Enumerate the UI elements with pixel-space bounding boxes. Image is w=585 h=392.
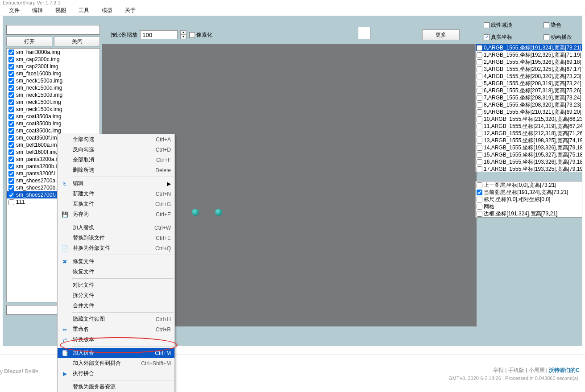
frame-item-check[interactable] [477,116,482,122]
scale-spinner[interactable]: ▲▼ [180,30,187,39]
context-menu-item[interactable]: ⇄转换版本 [58,334,174,345]
layer-list[interactable]: 上一图层,坐标[0,0],宽高[73,21]当前图层,坐标[191,324],宽… [475,181,582,218]
context-menu-item[interactable]: 📑加入拼合Ctrl+M [58,348,174,358]
frame-item-check[interactable] [477,66,482,72]
frame-item[interactable]: 10,ARGB_1555,坐标[215,320],宽高[66,23] [476,116,582,123]
context-menu-item[interactable]: 隐藏文件贴图Ctrl+H [58,314,174,324]
menu-tools[interactable]: 工具 [72,5,95,16]
file-item-check[interactable] [8,199,14,205]
file-item-check[interactable] [8,157,14,162]
frame-item-check[interactable] [477,74,482,79]
file-item-check[interactable] [8,171,14,177]
layer-item-check[interactable] [477,190,482,195]
menu-about[interactable]: 关于 [119,5,142,16]
context-menu-item[interactable]: 新建文件Ctrl+N [58,189,174,199]
frame-list[interactable]: 0,ARGB_1555,坐标[191,324],宽高[73,21]1,ARGB_… [475,44,582,172]
frame-item[interactable]: 17,ARGB_1555,坐标[193,325],宽高[79,19] [476,165,582,172]
frame-item-check[interactable] [477,45,482,51]
frame-item[interactable]: 4,ARGB_1555,坐标[208,320],宽高[73,23] [476,73,582,80]
file-item-check[interactable] [8,185,14,191]
context-menu-item[interactable]: ⇔重命名Ctrl+R [58,324,174,334]
context-menu-item[interactable]: 替换为服务器资源 [58,382,174,392]
frame-item[interactable]: 9,ARGB_1555,坐标[210,321],宽高[69,20] [476,108,582,116]
file-item-check[interactable] [8,99,14,105]
open-button[interactable]: 打开 [6,37,52,46]
file-item[interactable]: sm_hair3000a.img [7,49,100,56]
frame-item-check[interactable] [477,95,482,101]
file-item-check[interactable] [8,107,14,112]
frame-item[interactable]: 0,ARGB_1555,坐标[191,324],宽高[73,21] [476,44,582,51]
frame-item-check[interactable] [477,59,482,65]
file-item[interactable]: sm_cap2300f.img [7,63,100,70]
layer-item-check[interactable] [477,211,482,217]
context-menu-item[interactable]: 全部勾选Ctrl+A [58,134,174,144]
file-item-check[interactable] [8,78,14,84]
context-menu-item[interactable]: 拆分文件 [58,290,174,301]
context-menu-item[interactable]: 全部取消Ctrl+F [58,155,174,165]
file-item[interactable]: sm_coat3500c.img [7,127,100,134]
frame-item[interactable]: 7,ARGB_1555,坐标[208,319],宽高[73,24] [476,94,582,101]
file-item-check[interactable] [8,121,14,127]
file-item-check[interactable] [8,50,14,55]
menu-file[interactable]: 文件 [3,5,26,16]
context-menu-item[interactable]: ✖修复文件 [58,256,174,267]
menu-view[interactable]: 视图 [49,5,72,16]
layer-item-check[interactable] [477,204,482,210]
context-menu-item[interactable]: 📄替换为外部文件Ctrl+Q [58,243,174,253]
layer-item[interactable]: 当前图层,坐标[191,324],宽高[73,21] [476,189,582,196]
menu-edit[interactable]: 编辑 [26,5,49,16]
frame-item[interactable]: 14,ARGB_1555,坐标[193,326],宽高[79,18] [476,144,582,151]
frame-item-check[interactable] [477,159,482,165]
file-item[interactable]: sm_neck1500c.img [7,84,100,91]
file-item-check[interactable] [8,85,14,91]
context-menu-item[interactable]: ▶执行拼合 [58,368,174,379]
frame-item-check[interactable] [477,166,482,172]
frame-item[interactable]: 6,ARGB_1555,坐标[207,318],宽高[75,26] [476,87,582,94]
footer-link[interactable]: 小黑屋 [529,367,545,373]
frame-item[interactable]: 11,ARGB_1555,坐标[214,319],宽高[67,24] [476,123,582,130]
frame-item-check[interactable] [477,81,482,87]
frame-item[interactable]: 1,ARGB_1555,坐标[192,325],宽高[71,19] [476,51,582,58]
context-menu-item[interactable]: 合并文件 [58,301,174,311]
more-button[interactable]: 更多 [422,29,460,40]
footer-link[interactable]: 沃特碧们的C [549,367,580,373]
frame-item[interactable]: 16,ARGB_1555,坐标[193,326],宽高[79,18] [476,158,582,165]
frame-item[interactable]: 5,ARGB_1555,坐标[208,319],宽高[73,24] [476,80,582,87]
scale-input[interactable] [140,30,178,39]
file-item-check[interactable] [8,128,14,134]
context-menu-item[interactable]: 加入外部文件到拼合Ctrl+Shift+M [58,358,174,368]
file-item-check[interactable] [8,92,14,98]
context-menu-item[interactable]: 互换文件Ctrl+G [58,199,174,209]
file-item-check[interactable] [8,164,14,169]
frame-item[interactable]: 12,ARGB_1555,坐标[212,318],宽高[71,26] [476,130,582,137]
file-item-check[interactable] [8,135,14,141]
context-menu[interactable]: 全部勾选Ctrl+A反向勾选Ctrl+D全部取消Ctrl+F删除所选Delete… [57,134,175,392]
context-menu-item[interactable]: 对比文件 [58,280,174,290]
file-item[interactable]: sm_coat3500a.img [7,113,100,120]
file-item[interactable]: sm_neck1500f.img [7,99,100,106]
frame-item-check[interactable] [477,88,482,94]
frame-item-check[interactable] [477,52,482,58]
layer-item-check[interactable] [477,197,482,202]
frame-item-check[interactable] [477,138,482,144]
dye-check[interactable]: 染色 [544,21,585,29]
context-menu-item[interactable]: 加入替换Ctrl+W [58,223,174,233]
frame-item[interactable]: 2,ARGB_1555,坐标[195,326],宽高[69,18] [476,58,582,66]
context-menu-item[interactable]: 🖱编辑▶ [58,178,174,189]
context-menu-item[interactable]: 反向勾选Ctrl+D [58,144,174,155]
frame-item-check[interactable] [477,131,482,136]
layer-item-check[interactable] [477,182,482,188]
pixelize-check[interactable]: 像素化 [189,31,212,39]
context-menu-item[interactable]: 替换到该文件Ctrl+E [58,233,174,243]
anim-play-check[interactable]: 动画播放 [544,33,585,41]
layer-item[interactable]: 网格 [476,203,582,210]
file-item[interactable]: sm_cap2300c.img [7,56,100,63]
file-item-check[interactable] [8,114,14,120]
layer-item[interactable]: 标尺,坐标[0,0],相对坐标[0,0] [476,196,582,203]
file-item-check[interactable] [8,64,14,70]
footer-link[interactable]: 手机版 [508,367,524,373]
file-item-check[interactable] [8,71,14,77]
file-item-check[interactable] [8,57,14,62]
frame-item[interactable]: 3,ARGB_1555,坐标[202,325],宽高[67,17] [476,66,582,73]
file-item-check[interactable] [8,149,14,155]
